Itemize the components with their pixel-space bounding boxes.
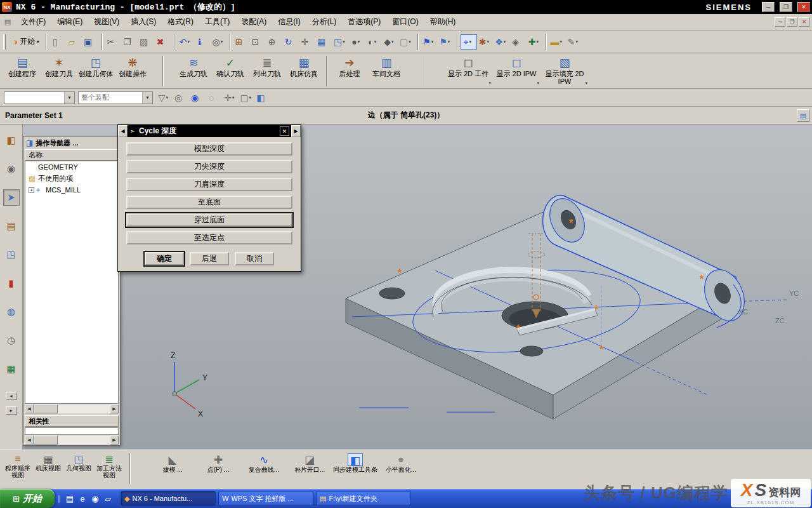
wcs-dynamics-icon[interactable]: ⌖ ▾: [461, 34, 477, 50]
create-geometry-button[interactable]: ◳ 创建几何体: [77, 55, 114, 88]
minimize-button[interactable]: ─: [762, 2, 775, 12]
scroll-thumb[interactable]: [34, 436, 58, 444]
scroll-track[interactable]: [34, 404, 110, 413]
composite-curve-button[interactable]: ∿ 复合曲线...: [241, 452, 287, 488]
undo-icon[interactable]: ↶ ▾: [178, 34, 194, 50]
fit-view-icon[interactable]: ⊞: [233, 34, 250, 50]
menu-item[interactable]: 插入(S): [125, 14, 162, 30]
shaded-view-icon[interactable]: ● ▾: [349, 34, 365, 50]
quick-folder-icon[interactable]: ▱: [102, 491, 114, 505]
draft-button[interactable]: ◣ 拔模 ...: [150, 452, 195, 488]
verify-toolpath-button[interactable]: ✓ 确认刀轨: [212, 55, 249, 88]
pan-icon[interactable]: ✛: [299, 34, 316, 50]
type-filter-icon[interactable]: ▽ ▾: [156, 90, 173, 105]
menu-item[interactable]: 工具(T): [199, 14, 235, 30]
menu-item[interactable]: 编辑(E): [51, 14, 88, 30]
task-wps[interactable]: W WPS 文字 抢鲜版 ...: [218, 491, 313, 506]
create-operation-button[interactable]: ❋ 创建操作: [114, 55, 151, 88]
face-analysis-icon[interactable]: ◆ ▾: [382, 34, 398, 50]
machining-method-view-button[interactable]: ≣ 加工方法视图: [94, 452, 124, 488]
selection-filter-icon[interactable]: ◈: [510, 34, 527, 50]
generate-toolpath-button[interactable]: ≋ 生成刀轨: [175, 55, 212, 88]
synchronous-modeling-button[interactable]: ◧ 同步建模工具条: [332, 452, 378, 488]
copy-icon[interactable]: ❐: [122, 34, 138, 50]
menu-item[interactable]: 视图(V): [88, 14, 125, 30]
reuse-library-icon[interactable]: ◳: [3, 246, 20, 263]
combo-dropdown-icon[interactable]: ▼: [142, 92, 152, 104]
child-close-button[interactable]: ✕: [799, 17, 809, 27]
status-list-icon[interactable]: ▤: [797, 109, 809, 122]
solid-select-icon[interactable]: ◧: [255, 90, 272, 105]
hd3d-tools-icon[interactable]: ▮: [3, 275, 20, 291]
create-tool-button[interactable]: ✶ 创建刀具: [41, 55, 77, 88]
measure-icon[interactable]: ✚ ▾: [527, 34, 543, 50]
tool-tip-depth-button[interactable]: 刀尖深度: [126, 160, 292, 173]
assembly-navigator-icon[interactable]: ◧: [3, 132, 20, 149]
child-restore-button[interactable]: ❐: [787, 17, 797, 27]
patch-opening-button[interactable]: ◪ 补片开口...: [287, 452, 332, 488]
iso-view-icon[interactable]: ◳ ▾: [332, 34, 349, 50]
type-filter-combo[interactable]: ▼: [4, 91, 75, 104]
resource-pin-icon[interactable]: ◂: [6, 392, 17, 400]
navigator-header[interactable]: ◨ 操作导航器 ...: [23, 137, 120, 149]
quicklaunch-grip[interactable]: ∥: [57, 494, 61, 503]
show-2d-workpiece-button[interactable]: ◻ 显示 2D 工件 ▾: [444, 55, 492, 88]
start-menu-button[interactable]: ◑ 开始 ▾: [8, 35, 43, 48]
expander-icon[interactable]: +: [29, 187, 34, 193]
scroll-left-icon[interactable]: ◀: [25, 404, 34, 413]
show-2d-ipw-button[interactable]: ◻ 显示 2D IPW ▾: [492, 55, 540, 88]
show-hide-icon[interactable]: ⚑ ▾: [421, 34, 438, 50]
quick-desktop-icon[interactable]: ▤: [63, 491, 76, 505]
view-operations-icon[interactable]: ◎ ▾: [211, 34, 227, 50]
rotate-view-icon[interactable]: ↻: [283, 34, 299, 50]
quick-ie-icon[interactable]: e: [76, 491, 89, 505]
ok-button[interactable]: 确定: [145, 252, 184, 265]
combo-dropdown-icon[interactable]: ▼: [64, 92, 74, 104]
menu-item[interactable]: 文件(F): [15, 14, 51, 30]
tree-row-geometry[interactable]: GEOMETRY: [25, 161, 118, 173]
scroll-left-icon[interactable]: ◀: [25, 436, 34, 444]
dependencies-hscrollbar[interactable]: ◀ ▶: [25, 436, 119, 444]
resource-expand-icon[interactable]: ▸: [6, 406, 17, 415]
close-button[interactable]: ✕: [797, 2, 810, 12]
quick-media-icon[interactable]: ◉: [89, 491, 102, 505]
save-icon[interactable]: ▣: [82, 34, 99, 50]
snap-icon[interactable]: ✛ ▾: [222, 90, 239, 105]
toolbar-grip[interactable]: [3, 34, 6, 50]
general-selection-icon[interactable]: ◎: [173, 90, 189, 105]
selection-scope-combo[interactable]: 整个装配 ▼: [78, 91, 153, 104]
menu-item[interactable]: 帮助(H): [424, 14, 462, 30]
scroll-track[interactable]: [34, 436, 110, 444]
dialog-back-icon[interactable]: ◀: [118, 125, 128, 137]
task-folder[interactable]: ▤ F:\y\新建文件夹: [316, 491, 411, 506]
dialog-titlebar[interactable]: ◀ ➣ Cycle 深度 ✕ ▶: [118, 125, 301, 137]
back-button[interactable]: 后退: [190, 252, 229, 265]
tool-shoulder-depth-button[interactable]: 刀肩深度: [126, 178, 292, 191]
annotation-icon[interactable]: ✎ ▾: [566, 34, 582, 50]
dialog-close-icon[interactable]: ✕: [280, 126, 289, 136]
ruler-icon[interactable]: ▬ ▾: [549, 34, 566, 50]
menu-item[interactable]: 信息(I): [272, 14, 306, 30]
tree-row-unused[interactable]: ▨ 不使用的项: [25, 173, 118, 184]
name-column-header[interactable]: 名称: [25, 149, 119, 161]
child-minimize-button[interactable]: ─: [775, 17, 785, 27]
web-browser-icon[interactable]: ◍: [3, 304, 20, 320]
point-button[interactable]: ✚ 点(P) ...: [195, 452, 241, 488]
wireframe-view-icon[interactable]: ◐ ▾: [365, 34, 382, 50]
menu-item[interactable]: 格式(R): [162, 14, 199, 30]
through-bottom-button[interactable]: 穿过底面: [126, 213, 292, 227]
postprocess-button[interactable]: ➔ 后处理: [331, 55, 368, 88]
machine-navigator-icon[interactable]: ▤: [3, 218, 20, 234]
shop-docs-button[interactable]: ▥ 车间文档: [368, 55, 405, 88]
menu-item[interactable]: 窗口(O): [386, 14, 424, 30]
zoom-icon[interactable]: ⊕: [266, 34, 283, 50]
deselect-icon[interactable]: ◌: [206, 90, 222, 105]
create-program-button[interactable]: ▤ 创建程序: [4, 55, 41, 88]
geometry-view-button[interactable]: ◳ 几何视图: [63, 452, 94, 488]
model-depth-button[interactable]: 模型深度: [126, 142, 292, 156]
menu-item[interactable]: 首选项(P): [342, 14, 386, 30]
scroll-right-icon[interactable]: ▶: [110, 404, 119, 413]
delete-icon[interactable]: ✖: [155, 34, 171, 50]
program-order-view-button[interactable]: ≡ 程序顺序视图: [3, 452, 33, 488]
palettes-icon[interactable]: ▦: [3, 361, 20, 377]
